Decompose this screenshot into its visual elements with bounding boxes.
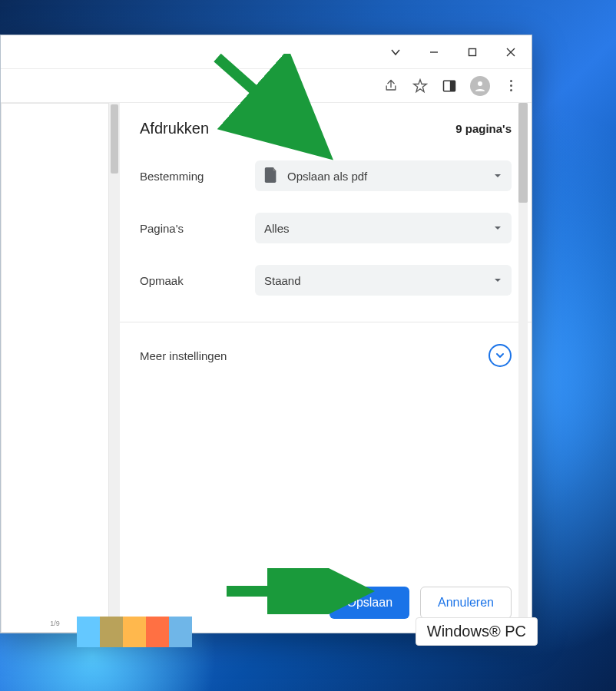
chevron-down-icon xyxy=(493,170,502,183)
layout-label: Opmaak xyxy=(140,274,255,287)
window-titlebar xyxy=(1,35,532,69)
destination-row: Bestemming Opslaan als pdf xyxy=(140,160,512,191)
cancel-button-label: Annuleren xyxy=(438,596,494,610)
sidepanel-icon[interactable] xyxy=(441,78,458,94)
pages-select[interactable]: Alles xyxy=(255,213,512,243)
svg-point-4 xyxy=(478,81,482,86)
layout-row: Opmaak Staand xyxy=(140,265,512,296)
bookmark-star-icon[interactable] xyxy=(412,78,429,94)
print-preview-column: 1/9 xyxy=(1,103,120,633)
pages-row: Pagina's Alles xyxy=(140,213,512,243)
svg-rect-1 xyxy=(469,48,476,55)
more-settings-toggle[interactable] xyxy=(488,344,512,367)
panel-header: Afdrukken 9 pagina's xyxy=(140,120,512,137)
layout-select[interactable]: Staand xyxy=(255,265,512,296)
panel-scrollbar-track[interactable] xyxy=(518,103,528,633)
destination-label: Bestemming xyxy=(140,170,255,183)
pages-label: Pagina's xyxy=(140,222,255,235)
pages-value: Alles xyxy=(264,222,290,235)
profile-avatar[interactable] xyxy=(470,76,490,96)
color-swatch xyxy=(146,617,169,647)
panel-scrollbar-thumb[interactable] xyxy=(518,103,528,203)
save-button-label: Opslaan xyxy=(346,596,392,610)
underlying-page-strip: Windows® PC xyxy=(77,614,538,649)
share-icon[interactable] xyxy=(383,78,399,94)
color-swatch xyxy=(169,617,192,647)
pdf-document-icon xyxy=(264,167,278,185)
close-button[interactable] xyxy=(493,38,528,66)
more-settings-label: Meer instellingen xyxy=(140,349,227,362)
destination-value: Opslaan als pdf xyxy=(287,170,367,183)
dialog-footer: Opslaan Annuleren xyxy=(140,574,512,619)
chevron-down-icon xyxy=(493,222,502,235)
print-dialog-content: 1/9 Afdrukken 9 pagina's Bestemming Opsl… xyxy=(1,103,532,633)
kebab-menu-icon[interactable] xyxy=(502,78,519,94)
color-swatch xyxy=(77,617,100,647)
print-preview-page: 1/9 xyxy=(1,103,109,633)
svg-rect-3 xyxy=(450,81,455,91)
maximize-button[interactable] xyxy=(455,38,490,66)
page-count: 9 pagina's xyxy=(455,122,512,135)
more-settings-row[interactable]: Meer instellingen xyxy=(140,322,512,388)
tab-dropdown-button[interactable] xyxy=(378,38,413,66)
print-settings-panel: Afdrukken 9 pagina's Bestemming Opslaan … xyxy=(120,103,532,633)
minimize-button[interactable] xyxy=(416,38,452,66)
preview-scrollbar-thumb[interactable] xyxy=(111,104,118,174)
destination-select[interactable]: Opslaan als pdf xyxy=(255,160,512,191)
preview-scrollbar[interactable] xyxy=(109,103,120,633)
color-swatch xyxy=(100,617,123,647)
layout-value: Staand xyxy=(264,274,301,287)
underlying-card-label: Windows® PC xyxy=(416,617,538,646)
browser-window: 1/9 Afdrukken 9 pagina's Bestemming Opsl… xyxy=(0,35,532,633)
panel-scrollbar[interactable] xyxy=(518,103,528,633)
chevron-down-icon xyxy=(493,274,502,287)
browser-toolbar xyxy=(1,69,532,103)
color-swatch xyxy=(123,617,146,647)
panel-title: Afdrukken xyxy=(140,120,209,137)
